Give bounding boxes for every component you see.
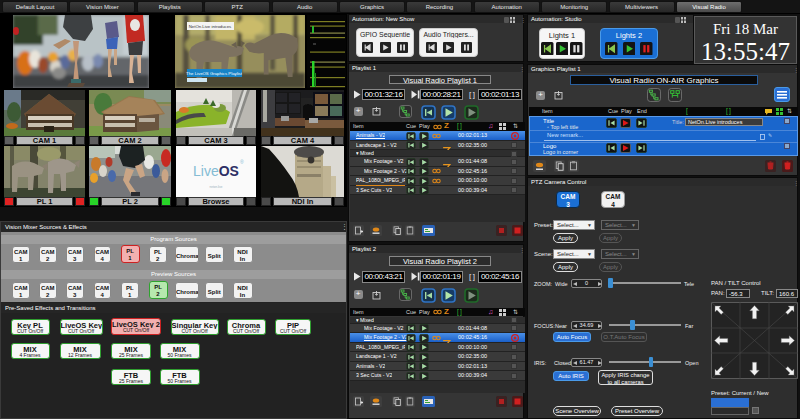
svg-text:®: ®	[240, 159, 244, 165]
svg-text:NetOn.Live introduces: NetOn.Live introduces	[189, 24, 232, 29]
svg-text:The LiveOS Graphics Playlist: The LiveOS Graphics Playlist	[186, 71, 243, 76]
svg-text:LiveOS: LiveOS	[193, 163, 239, 179]
svg-text:neton.live: neton.live	[210, 185, 223, 189]
